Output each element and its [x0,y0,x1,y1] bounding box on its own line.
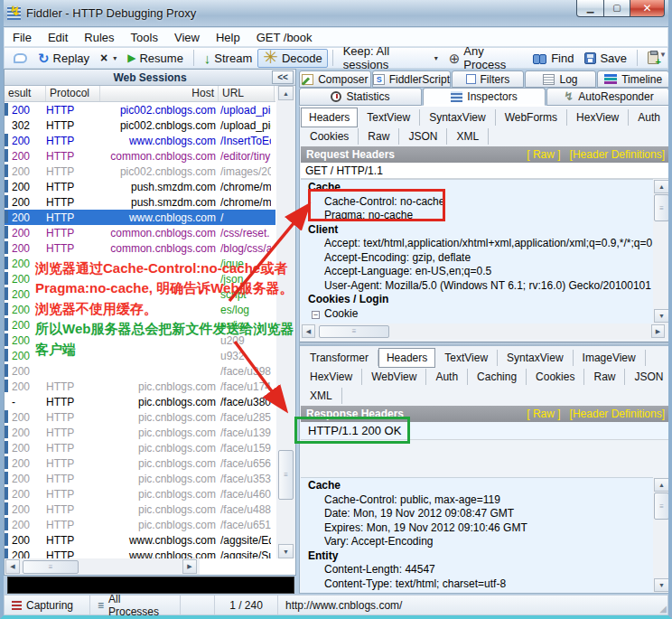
session-row[interactable]: 200HTTPwww.cnblogs.com/aggsite/Ed [5,532,275,548]
tab-log[interactable]: Log [525,70,597,88]
maximize-button[interactable]: ▢ [604,0,630,17]
scroll-right-button[interactable]: ▶ [651,324,665,338]
header-item[interactable]: Accept: text/html,application/xhtml+xml,… [301,236,653,250]
scrollbar-thumb[interactable]: ≡ [278,450,294,500]
session-row[interactable]: 200HTTPpic.cnblogs.com/face/u488 [5,502,275,517]
tab-cookies[interactable]: Cookies [301,128,359,145]
tab-raw[interactable]: Raw [584,369,625,385]
scroll-up-button[interactable]: ▲ [654,478,669,492]
session-row[interactable]: 200HTTPwww.cnblogs.com/aggsite/Su [5,548,275,558]
header-item[interactable]: Content-Type: text/html; charset=utf-8 [301,577,653,591]
tab-inspectors[interactable]: Inspectors [423,88,546,106]
menu-item-edit[interactable]: Edit [40,29,76,46]
session-row[interactable]: 200HTTPpic002.cnblogs.com/images/20 [5,164,275,179]
session-row[interactable]: 200/face/u398 [5,363,275,379]
decode-button[interactable]: ✳Decode [257,49,328,68]
response-tree-vertical-scrollbar[interactable]: ▲ ≡ ▼ [653,477,670,593]
tab-headers[interactable]: Headers [378,348,435,368]
header-item[interactable]: Content-Length: 44547 [301,562,653,577]
quickexec-command-box[interactable] [7,577,294,594]
header-item[interactable]: User-Agent: Mozilla/5.0 (Windows NT 6.1;… [301,278,653,293]
request-tree-horizontal-scrollbar[interactable]: ◀ ≡ ▶ [301,324,670,339]
tab-hexview[interactable]: HexView [567,109,629,126]
tab-filters[interactable]: Filters [452,70,524,88]
header-item[interactable]: Accept-Encoding: gzip, deflate [301,250,653,265]
tab-json[interactable]: JSON [399,128,447,145]
session-row[interactable]: -HTTPpic.cnblogs.com/face/u380 [5,394,275,409]
session-row[interactable]: 302HTTPpic002.cnblogs.com/upload_pic [5,117,275,133]
menu-item-rules[interactable]: Rules [76,29,122,46]
tab-cookies[interactable]: Cookies [527,369,584,385]
find-button[interactable]: Find [527,49,579,68]
session-row[interactable]: 200HTTPpush.smzdm.com/chrome/me [5,179,275,194]
request-tree-vertical-scrollbar[interactable]: ▲ ≡ ▼ [653,179,670,324]
menu-item-help[interactable]: Help [208,29,248,46]
tab-composer[interactable]: Composer [299,70,371,88]
header-group-cookies-login[interactable]: Cookies / Login [301,292,653,306]
menu-item-get-book[interactable]: GET /book [248,29,321,46]
scroll-left-button[interactable]: ◀ [302,324,315,338]
session-row[interactable]: 200HTTPwww.cnblogs.com/ [5,210,275,225]
tab-webview[interactable]: WebView [362,369,426,385]
header-item[interactable]: Last-Modified: Mon, 19 Nov 2012 09:08:46… [301,590,653,593]
tab-autoresponder[interactable]: AutoResponder [546,88,669,106]
tab-textview[interactable]: TextView [358,109,420,126]
tab-xml[interactable]: XML [447,128,489,145]
collapse-panel-button[interactable]: << [272,70,294,84]
scroll-right-button[interactable]: ▶ [182,559,197,574]
scrollbar-thumb[interactable]: ≡ [23,560,79,574]
header-group-cache[interactable]: Cache [301,478,653,492]
header-item[interactable]: Date: Mon, 19 Nov 2012 09:08:47 GMT [301,506,653,521]
tab-raw[interactable]: Raw [359,128,399,145]
session-row[interactable]: 200HTTPpic.cnblogs.com/face/u159 [5,440,275,455]
tab-timeline[interactable]: Timeline [597,70,669,88]
scrollbar-thumb[interactable]: ≡ [654,492,669,520]
session-row[interactable]: 200HTTPpic.cnblogs.com/face/u353 [5,471,275,486]
close-button[interactable]: ✕ [630,0,665,17]
tab-auth[interactable]: Auth [629,109,670,126]
scroll-down-button[interactable]: ▼ [654,309,669,323]
header-item-expandable[interactable]: −Cookie [301,306,653,321]
request-raw-link[interactable]: [ Raw ] [527,148,560,161]
tab-syntaxview[interactable]: SyntaxView [420,109,495,126]
column-header-esult[interactable]: esult [5,86,46,101]
scroll-up-button[interactable]: ▲ [654,180,669,193]
capturing-indicator[interactable]: Capturing [5,596,90,614]
scroll-left-button[interactable]: ◀ [5,559,20,574]
session-row[interactable]: 200HTTPcommon.cnblogs.com/blog/css/a [5,240,275,256]
process-filter[interactable]: ≡ All Processes [90,596,181,614]
column-header-protocol[interactable]: Protocol [46,86,100,101]
column-header-url[interactable]: URL [219,86,275,101]
collapse-box-icon[interactable]: − [312,311,320,319]
session-row[interactable]: 200HTTPwww.cnblogs.com/InsertToEc [5,133,275,148]
request-response-splitter[interactable] [300,342,671,346]
session-row[interactable]: 200HTTPcommon.cnblogs.com/editor/tiny [5,148,275,164]
response-header-definitions-link[interactable]: [Header Definitions] [570,408,665,420]
scroll-up-button[interactable]: ▲ [278,86,294,100]
session-row[interactable]: 200HTTPpic.cnblogs.com/face/u174 [5,379,275,394]
comment-bubble-icon-button[interactable] [8,49,33,68]
tab-caching[interactable]: Caching [468,369,527,385]
session-row[interactable]: 200HTTPcommon.cnblogs.com/css/reset. [5,225,275,240]
minimize-button[interactable]: ▁ [576,0,604,17]
save-button[interactable]: Save [579,49,632,68]
session-row[interactable]: 200HTTPpic.cnblogs.com/face/u651 [5,517,275,532]
any-process-button[interactable]: ⊕Any Process [443,49,527,68]
tab-syntaxview[interactable]: SyntaxView [498,350,573,366]
session-row[interactable]: 200HTTPpic002.cnblogs.com/upload_pic [5,102,275,117]
header-item[interactable]: Accept-Language: en-US,en;q=0.5 [301,264,653,278]
menu-item-tools[interactable]: Tools [123,29,166,46]
session-row[interactable]: 200HTTPpic.cnblogs.com/face/u285 [5,409,275,425]
session-row[interactable]: 200HTTPpush.smzdm.com/chrome/me [5,194,275,210]
tab-xml[interactable]: XML [301,388,342,404]
scroll-down-button[interactable]: ▼ [278,544,294,558]
tab-textview[interactable]: TextView [435,350,498,366]
menu-item-file[interactable]: File [5,29,40,46]
header-group-entity[interactable]: Entity [301,549,653,563]
tab-json[interactable]: JSON [625,369,672,385]
resume-button[interactable]: ▶Resume [122,49,189,68]
scrollbar-thumb[interactable]: ≡ [319,325,389,338]
header-group-client[interactable]: Client [301,222,653,237]
session-row[interactable]: 200HTTPpic.cnblogs.com/face/u139 [5,425,275,440]
session-row[interactable]: 200HTTPpic.cnblogs.com/face/u460 [5,486,275,502]
